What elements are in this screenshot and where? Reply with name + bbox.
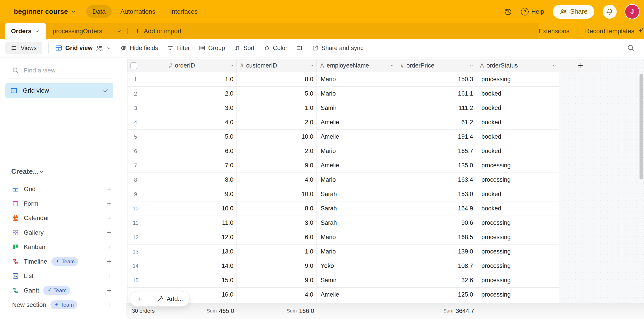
sidebar-item-grid-view[interactable]: Grid view (6, 83, 114, 98)
cell-customerid[interactable]: 1.0 (237, 244, 316, 259)
history-button[interactable] (504, 8, 512, 16)
create-item-list[interactable]: List (0, 269, 119, 283)
create-item-new-section[interactable]: New sectionTeam (0, 298, 119, 312)
cell-orderstatus[interactable]: booked (476, 101, 559, 115)
column-header-orderstatus[interactable]: AorderStatus (476, 59, 559, 72)
cell-employeename[interactable]: Mario (316, 230, 397, 244)
cell-orderstatus[interactable]: processing (476, 216, 559, 230)
cell-customerid[interactable]: 9.0 (237, 273, 316, 287)
cell-employeename[interactable]: Samir (316, 101, 397, 115)
cell-employeename[interactable]: Mario (316, 173, 397, 187)
cell-employeename[interactable]: Mario (316, 72, 397, 86)
add-view-button[interactable] (106, 215, 112, 221)
cell-orderstatus[interactable]: processing (476, 230, 559, 244)
cell-orderstatus[interactable]: booked (476, 144, 559, 158)
cell-orderstatus[interactable]: processing (476, 244, 559, 259)
cell-orderprice[interactable]: 165.7 (397, 144, 476, 158)
cell-orderprice[interactable]: 125.0 (397, 287, 476, 302)
cell-orderid[interactable]: 55.0 (128, 130, 237, 144)
cell-orderprice[interactable]: 191.4 (397, 130, 476, 144)
cell-orderstatus[interactable]: processing (476, 158, 559, 173)
cell-orderstatus[interactable]: processing (476, 72, 559, 86)
cell-orderid[interactable]: 99.0 (128, 187, 237, 201)
cell-orderid[interactable]: 1515.0 (128, 273, 237, 287)
cell-orderprice[interactable]: 139.0 (397, 244, 476, 259)
add-view-button[interactable] (106, 229, 112, 236)
cell-employeename[interactable]: Sarah (316, 201, 397, 216)
cell-orderprice[interactable]: 61.2 (397, 115, 476, 129)
create-section-header[interactable]: Create... (11, 166, 112, 178)
cell-orderprice[interactable]: 163.4 (397, 173, 476, 187)
base-title-menu[interactable]: beginner course (14, 8, 76, 16)
create-item-timeline[interactable]: TimelineTeam (0, 254, 119, 269)
tab-orders[interactable]: Orders (5, 23, 46, 39)
create-item-kanban[interactable]: Kanban (0, 240, 119, 254)
sort-button[interactable]: Sort (234, 45, 254, 52)
extensions-button[interactable]: Extensions (539, 28, 570, 35)
cell-customerid[interactable]: 2.0 (237, 115, 316, 129)
create-item-grid[interactable]: Grid (0, 182, 119, 196)
add-view-button[interactable] (106, 186, 112, 192)
color-button[interactable]: Color (264, 45, 288, 52)
cell-employeename[interactable]: Samir (316, 273, 397, 287)
cell-orderid[interactable]: 77.0 (128, 158, 237, 173)
cell-orderid[interactable]: 44.0 (128, 115, 237, 129)
cell-employeename[interactable]: Mario (316, 87, 397, 101)
cell-employeename[interactable]: Sarah (316, 187, 397, 201)
cell-orderstatus[interactable]: booked (476, 115, 559, 129)
share-and-sync-button[interactable]: Share and sync (312, 45, 364, 52)
cell-employeename[interactable]: Sarah (316, 216, 397, 230)
views-button[interactable]: Views (6, 42, 42, 54)
cell-orderid[interactable]: 1212.0 (128, 230, 237, 244)
cell-employeename[interactable]: Amelie (316, 287, 397, 302)
cell-orderid[interactable]: 1111.0 (128, 216, 237, 230)
column-header-employeename[interactable]: AemployeeName (316, 59, 397, 72)
topnav-data[interactable]: Data (86, 5, 112, 18)
cell-orderstatus[interactable]: booked (476, 87, 559, 101)
group-button[interactable]: Group (199, 45, 225, 52)
cell-orderstatus[interactable]: processing (476, 287, 559, 302)
cell-orderstatus[interactable]: processing (476, 259, 559, 273)
cell-orderid[interactable]: 66.0 (128, 144, 237, 158)
notifications-button[interactable] (603, 5, 617, 19)
search-records-button[interactable] (627, 44, 634, 52)
cell-customerid[interactable]: 4.0 (237, 173, 316, 187)
cell-employeename[interactable]: Amelie (316, 158, 397, 173)
cell-employeename[interactable]: Mario (316, 244, 397, 259)
cell-customerid[interactable]: 6.0 (237, 230, 316, 244)
help-button[interactable]: ? Help (521, 8, 544, 16)
find-a-view-input[interactable]: Find a view (12, 66, 112, 75)
cell-customerid[interactable]: 3.0 (237, 216, 316, 230)
create-item-form[interactable]: Form (0, 196, 119, 211)
create-item-gallery[interactable]: Gallery (0, 225, 119, 240)
cell-orderid[interactable]: 88.0 (128, 173, 237, 187)
cell-orderstatus[interactable]: booked (476, 187, 559, 201)
cell-orderprice[interactable]: 90.6 (397, 216, 476, 230)
cell-orderprice[interactable]: 32.6 (397, 273, 476, 287)
cell-employeename[interactable]: Yoko (316, 259, 397, 273)
cell-customerid[interactable]: 5.0 (237, 87, 316, 101)
cell-customerid[interactable]: 8.0 (237, 201, 316, 216)
create-item-calendar[interactable]: 31Calendar (0, 211, 119, 225)
cell-customerid[interactable]: 9.0 (237, 259, 316, 273)
topnav-automations[interactable]: Automations (114, 5, 161, 18)
add-record-button[interactable] (130, 291, 150, 306)
cell-orderstatus[interactable]: processing (476, 273, 559, 287)
cell-customerid[interactable]: 4.0 (237, 287, 316, 302)
column-header-customerid[interactable]: #customerID (237, 59, 316, 72)
add-view-button[interactable] (106, 200, 112, 207)
cell-customerid[interactable]: 1.0 (237, 101, 316, 115)
cell-orderid[interactable]: 1414.0 (128, 259, 237, 273)
add-with-ai-button[interactable]: Add... (150, 291, 190, 306)
chevron-down-icon[interactable] (552, 63, 557, 68)
select-all-checkbox[interactable] (130, 62, 137, 69)
chevron-down-icon[interactable] (229, 63, 234, 68)
column-header-orderprice[interactable]: #orderPrice (397, 59, 476, 72)
create-item-gantt[interactable]: GanttTeam (0, 283, 119, 298)
cell-orderprice[interactable]: 153.0 (397, 187, 476, 201)
cell-orderprice[interactable]: 111.2 (397, 101, 476, 115)
table-list-dropdown[interactable] (113, 23, 126, 39)
cell-employeename[interactable]: Amelie (316, 115, 397, 129)
cell-orderstatus[interactable]: booked (476, 130, 559, 144)
add-field-button[interactable] (559, 59, 601, 72)
